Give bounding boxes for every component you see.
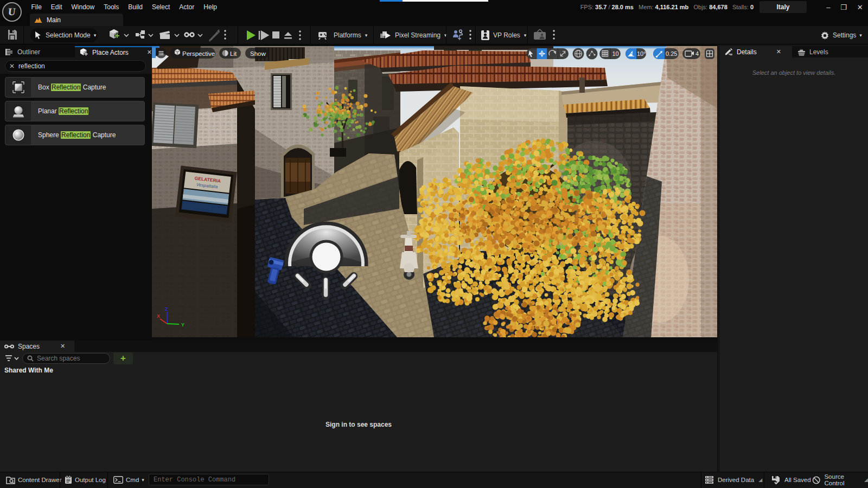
svg-text:10°: 10° <box>637 50 646 57</box>
svg-text:Perspective: Perspective <box>182 50 215 57</box>
svg-text:Show: Show <box>250 50 266 57</box>
svg-text:Lit: Lit <box>230 50 237 57</box>
svg-text:10: 10 <box>612 50 619 57</box>
svg-text:4: 4 <box>695 50 699 57</box>
svg-text:0.25: 0.25 <box>666 50 677 57</box>
